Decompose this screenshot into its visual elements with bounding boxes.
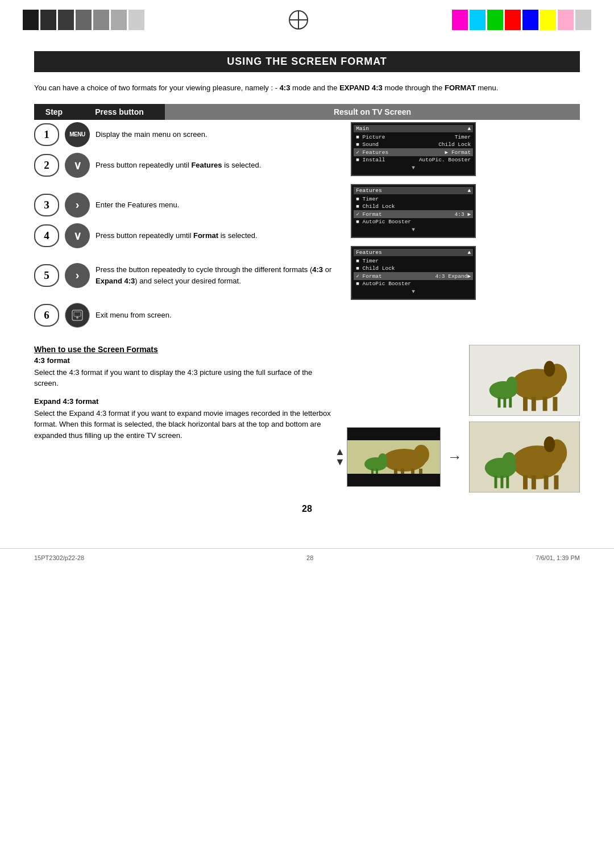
svg-rect-43 bbox=[506, 475, 509, 488]
expand-right-arrow-icon: → bbox=[447, 448, 462, 466]
swatch-6 bbox=[111, 10, 127, 30]
svg-rect-37 bbox=[554, 475, 558, 489]
swatch-2 bbox=[40, 10, 56, 30]
swatch-7 bbox=[128, 10, 144, 30]
svg-rect-10 bbox=[523, 397, 528, 411]
tv-row-2-3: ✓ Format4:3 ▶ bbox=[354, 210, 473, 218]
step-1-num: 1 bbox=[34, 123, 59, 146]
svg-rect-23 bbox=[394, 469, 397, 474]
expand-arrows: ▲ ▼ bbox=[335, 446, 345, 467]
exit-icon bbox=[71, 309, 84, 322]
footer: 15PT2302/p22-28 28 7/6/01, 1:39 PM bbox=[0, 548, 614, 567]
page: Using the Screen Format You can have a c… bbox=[0, 0, 614, 868]
swatch-5 bbox=[93, 10, 109, 30]
svg-point-40 bbox=[502, 452, 516, 468]
svg-rect-18 bbox=[503, 397, 506, 407]
swatch-r7 bbox=[558, 10, 574, 30]
tv-row-2-4: ■ AutoPic Booster bbox=[354, 218, 473, 226]
col-header-result: Result on TV Screen bbox=[165, 104, 580, 120]
step-6-btn bbox=[65, 303, 90, 328]
svg-rect-26 bbox=[419, 469, 422, 474]
tv-screen-1: Main▲ ■ PictureTimer ■ SoundChild Lock ✓… bbox=[351, 122, 580, 176]
step-2-num: 2 bbox=[34, 154, 59, 177]
step-5: 5 › Press the button repeatedly to cycle… bbox=[34, 263, 339, 288]
table-header: Step Press button Result on TV Screen bbox=[34, 104, 580, 120]
tv-title-1: Main▲ bbox=[354, 125, 473, 132]
tv-panel-3: Features▲ ■ Timer ■ Child Lock ✓ Format4… bbox=[351, 246, 476, 300]
svg-rect-30 bbox=[376, 469, 378, 474]
svg-point-22 bbox=[413, 445, 429, 464]
svg-rect-35 bbox=[532, 475, 536, 489]
expand-desc: Select the Expand 4:3 format if you want… bbox=[34, 408, 335, 441]
swatch-r3 bbox=[487, 10, 503, 30]
tv-row-3-3: ✓ Format4:3 Expand▶ bbox=[354, 272, 473, 280]
step-3-num: 3 bbox=[34, 194, 59, 216]
top-bar-crosshair bbox=[144, 9, 452, 31]
page-title: Using the Screen Format bbox=[34, 51, 580, 72]
step-3-btn: › bbox=[65, 193, 90, 218]
svg-rect-12 bbox=[543, 397, 547, 411]
tv-arrow-3: ▼ bbox=[354, 287, 473, 296]
step-6-desc: Exit menu from screen. bbox=[96, 310, 172, 321]
svg-rect-34 bbox=[523, 475, 528, 489]
tv-row-3-4: ■ AutoPic Booster bbox=[354, 280, 473, 287]
expand-title: Expand 4:3 format bbox=[34, 397, 335, 406]
letterbox-animal-svg bbox=[347, 440, 440, 474]
svg-rect-25 bbox=[411, 469, 414, 474]
main-content: Using the Screen Format You can have a c… bbox=[0, 40, 614, 542]
svg-rect-24 bbox=[401, 469, 404, 474]
expand-image-row: ▲ ▼ → bbox=[347, 422, 580, 493]
format43-title: 4:3 format bbox=[34, 356, 335, 365]
expanded-animal-svg bbox=[470, 422, 579, 493]
tv-arrow-1: ▼ bbox=[354, 164, 473, 172]
step-5-btn: › bbox=[65, 263, 90, 288]
step-1-btn: MENU bbox=[65, 122, 90, 147]
tv-row-1-4: ■ InstallAutoPic. Booster bbox=[354, 156, 473, 164]
svg-point-38 bbox=[544, 436, 555, 452]
steps-left-col: 1 MENU Display the main menu on screen. … bbox=[34, 122, 339, 333]
tv-panel-2: Features▲ ■ Timer ■ Child Lock ✓ Format4… bbox=[351, 184, 476, 238]
step-4: 4 ∨ Press button repeatedly umtil Format… bbox=[34, 223, 339, 248]
step-6-num: 6 bbox=[34, 304, 59, 327]
intro-paragraph: You can have a choice of two formats for… bbox=[34, 82, 580, 94]
step-4-btn: ∨ bbox=[65, 223, 90, 248]
step-4-num: 4 bbox=[34, 224, 59, 247]
tv-screen-3: Features▲ ■ Timer ■ Child Lock ✓ Format4… bbox=[351, 246, 580, 300]
top-color-bar bbox=[0, 0, 614, 40]
step-3: 3 › Enter the Features menu. bbox=[34, 193, 339, 218]
footer-right: 7/6/01, 1:39 PM bbox=[536, 554, 580, 561]
when-text: When to use the Screen Formats 4:3 forma… bbox=[34, 345, 335, 449]
footer-left: 15PT2302/p22-28 bbox=[34, 554, 84, 561]
svg-rect-11 bbox=[532, 397, 536, 411]
page-number: 28 bbox=[34, 504, 580, 514]
step-6: 6 Exit menu from screen. bbox=[34, 303, 339, 328]
bottom-images: ▲ ▼ → bbox=[347, 345, 580, 493]
tv-row-1-2: ■ SoundChild Lock bbox=[354, 141, 473, 148]
tv-row-3-2: ■ Child Lock bbox=[354, 265, 473, 272]
tv-row-2-2: ■ Child Lock bbox=[354, 203, 473, 210]
step-5-num: 5 bbox=[34, 264, 59, 287]
svg-rect-36 bbox=[544, 475, 549, 489]
svg-rect-4 bbox=[74, 312, 81, 316]
tv-screen-2: Features▲ ■ Timer ■ Child Lock ✓ Format4… bbox=[351, 184, 580, 238]
expanded-image bbox=[469, 422, 580, 493]
col-header-btn: Press button bbox=[74, 104, 165, 120]
svg-point-16 bbox=[506, 377, 517, 390]
step-5-desc: Press the button repeatedly to cycle thr… bbox=[96, 264, 339, 286]
tv-title-2: Features▲ bbox=[354, 187, 473, 194]
svg-rect-17 bbox=[497, 397, 500, 407]
crosshair-icon bbox=[287, 9, 310, 31]
swatch-r1 bbox=[452, 10, 468, 30]
swatch-r2 bbox=[470, 10, 486, 30]
steps-right-col: Main▲ ■ PictureTimer ■ SoundChild Lock ✓… bbox=[351, 122, 580, 333]
swatch-1 bbox=[23, 10, 39, 30]
step-2-btn: ∨ bbox=[65, 153, 90, 178]
format43-desc: Select the 4:3 format if you want to dis… bbox=[34, 367, 335, 389]
tv-arrow-2: ▼ bbox=[354, 226, 473, 234]
svg-rect-42 bbox=[500, 475, 503, 488]
tv-title-3: Features▲ bbox=[354, 249, 473, 256]
cartoon-43-svg bbox=[470, 345, 579, 416]
tv-panel-1: Main▲ ■ PictureTimer ■ SoundChild Lock ✓… bbox=[351, 122, 476, 176]
tv-row-3-1: ■ Timer bbox=[354, 257, 473, 265]
page-title-text: Using the Screen Format bbox=[227, 56, 387, 67]
